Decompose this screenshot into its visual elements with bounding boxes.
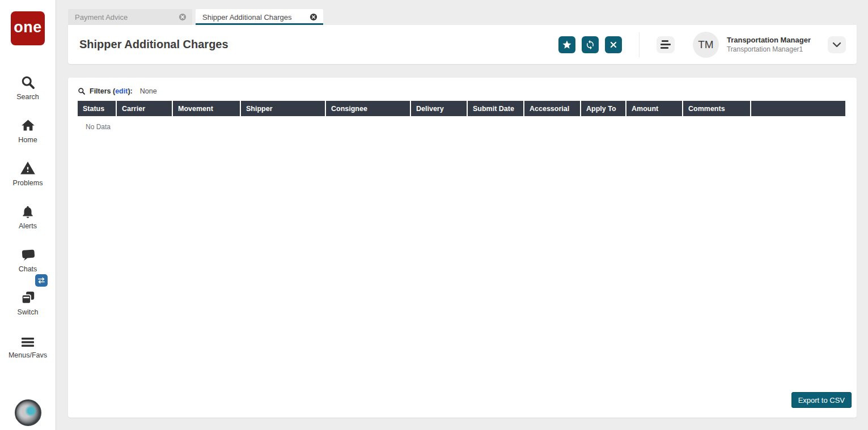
switch-windows-icon — [20, 288, 36, 305]
column-header-movement[interactable]: Movement — [172, 101, 240, 116]
user-menu-button[interactable] — [828, 36, 846, 53]
column-header-shipper[interactable]: Shipper — [240, 101, 325, 116]
tab-close-icon[interactable] — [179, 13, 187, 21]
list-icon — [660, 40, 671, 49]
close-screen-button[interactable] — [605, 36, 622, 53]
sidebar-item-problems[interactable]: Problems — [0, 144, 56, 187]
column-header-comments[interactable]: Comments — [683, 101, 751, 116]
filters-label: Filters (edit): — [90, 87, 133, 95]
sidebar-item-alerts[interactable]: Alerts — [0, 187, 56, 230]
switch-arrows-badge[interactable] — [35, 274, 48, 287]
column-header-amount[interactable]: Amount — [626, 101, 683, 116]
page-header: Shipper Additional Charges TM — [68, 25, 857, 64]
tab-strip: Payment Advice Shipper Additional Charge… — [57, 0, 868, 25]
column-header-submit-date[interactable]: Submit Date — [467, 101, 524, 116]
filters-value: None — [140, 87, 157, 95]
sidebar-item-label: Chats — [19, 265, 37, 273]
star-icon — [562, 40, 572, 50]
search-icon — [78, 87, 86, 95]
column-header-accessorial[interactable]: Accessorial — [524, 101, 581, 116]
column-header-blank — [751, 101, 845, 116]
bell-icon — [20, 202, 35, 219]
sidebar-nav: Search Home Problems Alerts Chats — [0, 58, 56, 359]
column-header-carrier[interactable]: Carrier — [116, 101, 172, 116]
column-header-delivery[interactable]: Delivery — [410, 101, 467, 116]
column-header-apply-to[interactable]: Apply To — [581, 101, 626, 116]
sidebar-item-label: Menus/Favs — [9, 351, 47, 359]
refresh-icon — [585, 40, 595, 50]
filters-edit-link[interactable]: edit — [115, 87, 128, 95]
content-panel: Filters (edit): None Status Carrier Move… — [68, 78, 857, 418]
tab-label: Shipper Additional Charges — [202, 13, 292, 22]
column-header-status[interactable]: Status — [78, 101, 116, 116]
warning-icon — [20, 159, 36, 176]
favorite-button[interactable] — [558, 36, 575, 53]
empty-table-message: No Data — [86, 123, 845, 131]
sidebar-item-home[interactable]: Home — [0, 101, 56, 144]
sidebar-item-label: Alerts — [19, 222, 37, 230]
tab-label: Payment Advice — [75, 13, 128, 22]
search-icon — [20, 73, 36, 90]
screen-menu-button[interactable] — [657, 36, 675, 53]
sidebar-item-search[interactable]: Search — [0, 58, 56, 101]
sidebar-item-chats[interactable]: Chats — [0, 230, 56, 273]
page-title: Shipper Additional Charges — [79, 38, 228, 51]
header-divider — [639, 32, 640, 57]
tab-shipper-additional-charges[interactable]: Shipper Additional Charges — [196, 9, 323, 25]
sidebar-item-label: Switch — [18, 308, 39, 316]
export-to-csv-button[interactable]: Export to CSV — [791, 392, 852, 408]
chat-icon — [20, 245, 35, 262]
table-header-row: Status Carrier Movement Shipper Consigne… — [78, 101, 845, 116]
sidebar: one Search Home Problems Alerts — [0, 0, 56, 430]
user-info: Transportation Manager Transportation Ma… — [727, 35, 811, 54]
charges-table: Status Carrier Movement Shipper Consigne… — [78, 101, 845, 116]
sidebar-item-switch[interactable]: Switch — [0, 273, 56, 316]
home-icon — [20, 116, 36, 133]
main-area: Payment Advice Shipper Additional Charge… — [57, 0, 868, 430]
tab-payment-advice[interactable]: Payment Advice — [68, 9, 192, 25]
assistant-avatar[interactable] — [15, 399, 41, 426]
refresh-button[interactable] — [582, 36, 599, 53]
one-logo[interactable]: one — [11, 11, 45, 45]
sidebar-item-label: Home — [18, 136, 37, 144]
header-actions — [558, 36, 622, 53]
sidebar-item-menus-favs[interactable]: Menus/Favs — [0, 316, 56, 359]
close-icon — [609, 41, 617, 49]
column-header-consignee[interactable]: Consignee — [325, 101, 410, 116]
menu-icon — [20, 331, 35, 348]
sidebar-item-label: Search — [16, 93, 39, 101]
tab-close-icon[interactable] — [310, 13, 317, 21]
user-avatar[interactable]: TM — [693, 32, 719, 58]
user-role: Transportation Manager — [727, 35, 811, 45]
chevron-down-icon — [832, 42, 841, 48]
user-name: Transportation Manager1 — [727, 45, 811, 54]
filters-bar: Filters (edit): None — [78, 85, 845, 97]
sidebar-item-label: Problems — [13, 179, 43, 187]
